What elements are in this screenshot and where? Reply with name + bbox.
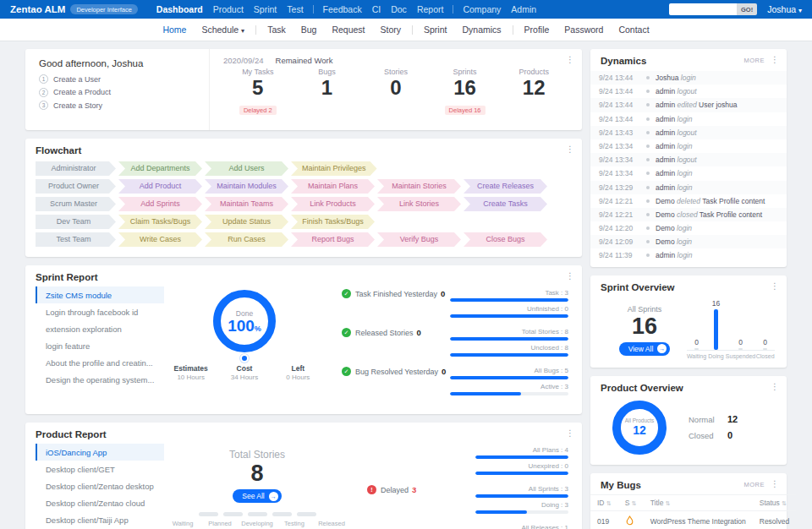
product-list-item[interactable]: Desktop client/Zentao desktop — [36, 477, 164, 494]
dynamics-item[interactable]: 9/24 13:43admin logout — [590, 126, 787, 139]
subnav-item-home[interactable]: Home — [162, 25, 186, 35]
sprint-list-item[interactable]: Login through facebook id — [36, 303, 164, 320]
product-list-item[interactable]: Desktop client/GET — [36, 461, 164, 477]
product-list-item[interactable]: Desktop client/Taiji App — [36, 511, 164, 528]
subnav-item-task[interactable]: Task — [267, 25, 286, 35]
dynamics-item[interactable]: 9/24 13:29admin login — [590, 181, 787, 194]
dynamics-list: 9/24 13:44Joshua login 9/24 13:44admin l… — [590, 70, 787, 267]
flow-step[interactable]: Create Tasks — [464, 197, 547, 211]
divider — [412, 25, 413, 35]
todo-item[interactable]: 2 Create a Product — [39, 88, 195, 97]
flow-step[interactable]: Add Product — [118, 179, 202, 194]
flow-step[interactable]: Create Releases — [464, 179, 547, 194]
flow-step[interactable]: Add Users — [205, 161, 288, 176]
stat-my-tasks[interactable]: My Tasks 5 Delayed 2 — [223, 68, 293, 116]
subnav-item-dynamics[interactable]: Dynamics — [462, 25, 501, 35]
stat-products[interactable]: Products 12 — [499, 68, 568, 116]
topnav-item-report[interactable]: Report — [417, 4, 444, 14]
product-list-item[interactable]: iOS/Dancing App — [36, 444, 164, 461]
topnav-item-dashboard[interactable]: Dashboard — [156, 4, 203, 14]
kebab-menu-icon[interactable]: ⋮ — [566, 55, 574, 64]
topnav-item-admin[interactable]: Admin — [511, 4, 536, 14]
kebab-menu-icon[interactable]: ⋮ — [566, 428, 574, 438]
more-link[interactable]: MORE — [744, 57, 765, 64]
dynamics-item[interactable]: 9/24 13:34admin login — [590, 166, 787, 180]
sprint-list-item[interactable]: extension exploration — [36, 320, 164, 337]
flow-step[interactable]: Add Sprints — [118, 197, 202, 211]
dynamics-item[interactable]: 9/24 12:21Demo closed Task Profile conte… — [590, 208, 787, 221]
dynamics-item[interactable]: 9/24 12:09Demo login — [590, 235, 787, 248]
subnav-item-schedule[interactable]: Schedule ▾ — [201, 25, 244, 35]
flow-step[interactable]: Link Stories — [377, 197, 461, 211]
sort-header-title[interactable]: Title ⇅ — [644, 494, 753, 510]
stat-sprints[interactable]: Sprints 16 Delayed 16 — [431, 68, 500, 116]
dynamics-item[interactable]: 9/24 13:34admin login — [590, 139, 787, 153]
flow-step[interactable]: Maintain Teams — [205, 197, 288, 211]
sort-header-severity[interactable]: S ⇅ — [618, 494, 644, 510]
sort-header-status[interactable]: Status ⇅ — [753, 494, 796, 510]
subnav-item-request[interactable]: Request — [332, 25, 365, 35]
dynamics-item[interactable]: 9/24 13:34admin logout — [590, 153, 787, 166]
topnav-item-product[interactable]: Product — [213, 4, 244, 14]
bug-row[interactable]: 019 WordPress Theme Integration Resolved — [590, 510, 796, 529]
more-link[interactable]: MORE — [744, 481, 765, 488]
flow-step[interactable]: Write Cases — [118, 232, 202, 247]
dynamics-item[interactable]: 9/24 13:44admin edited User joshua — [590, 98, 787, 112]
flow-step[interactable]: Maintain Modules — [205, 179, 288, 194]
flow-step[interactable]: Maintain Plans — [291, 179, 375, 194]
flow-step[interactable]: Link Products — [291, 197, 375, 211]
product-list-item[interactable]: Desktop client/Zentao cloud — [36, 494, 164, 511]
flow-step[interactable]: Claim Tasks/Bugs — [118, 215, 202, 229]
kebab-menu-icon[interactable]: ⋮ — [566, 145, 574, 154]
search-go-button[interactable]: GO! — [737, 3, 757, 15]
dynamics-item[interactable]: 9/24 13:44Joshua login — [590, 71, 787, 85]
sprint-list-item[interactable]: Zsite CMS module — [36, 286, 164, 303]
flow-step[interactable]: Maintain Privileges — [291, 161, 377, 176]
flow-step[interactable]: Close Bugs — [464, 232, 547, 247]
topnav-item-doc[interactable]: Doc — [391, 4, 407, 14]
sort-header-id[interactable]: ID ⇅ — [590, 494, 618, 510]
dynamics-item[interactable]: 9/24 12:20Demo login — [590, 221, 787, 235]
kebab-menu-icon[interactable]: ⋮ — [771, 281, 779, 291]
dynamics-item[interactable]: 9/24 13:44admin logout — [590, 85, 787, 98]
sprint-list: Zsite CMS module Login through facebook … — [36, 286, 164, 406]
flow-step[interactable]: Maintain Stories — [377, 179, 461, 194]
flow-step[interactable]: Verify Bugs — [377, 232, 461, 247]
subnav-item-password[interactable]: Password — [564, 25, 603, 35]
subnav-item-story[interactable]: Story — [381, 25, 402, 35]
subnav-item-contact[interactable]: Contact — [618, 25, 649, 35]
sprint-list-item[interactable]: About the profile and creatin... — [36, 354, 164, 371]
topnav-item-feedback[interactable]: Feedback — [323, 4, 362, 14]
kebab-menu-icon[interactable]: ⋮ — [771, 55, 779, 64]
dynamics-item[interactable]: 9/24 11:39admin login — [590, 248, 787, 262]
topnav-item-sprint[interactable]: Sprint — [254, 4, 277, 14]
subnav-item-sprint[interactable]: Sprint — [424, 25, 447, 35]
dynamics-item[interactable]: 9/24 13:44admin login — [590, 112, 787, 126]
flow-step[interactable]: Finish Tasks/Bugs — [291, 215, 375, 229]
kebab-menu-icon[interactable]: ⋮ — [566, 271, 574, 281]
bug-title[interactable]: WordPress Theme Integration — [644, 510, 753, 529]
kebab-menu-icon[interactable]: ⋮ — [771, 479, 779, 488]
subnav-item-profile[interactable]: Profile — [524, 25, 550, 35]
search-input[interactable] — [669, 3, 737, 15]
todo-item[interactable]: 1 Create a User — [39, 74, 195, 84]
flow-step[interactable]: Run Cases — [205, 232, 288, 247]
flow-step[interactable]: Add Departments — [118, 161, 202, 176]
stat-bugs[interactable]: Bugs 1 — [293, 68, 362, 116]
view-all-button[interactable]: View All→ — [619, 342, 671, 356]
kebab-menu-icon[interactable]: ⋮ — [771, 382, 779, 391]
topnav-item-test[interactable]: Test — [287, 4, 303, 14]
see-all-button[interactable]: See All→ — [233, 489, 281, 503]
user-menu[interactable]: Joshua ▾ — [767, 4, 802, 14]
sprint-list-item[interactable]: login feature — [36, 337, 164, 354]
app-logo[interactable]: Zentao ALM — [10, 4, 65, 14]
sprint-list-item[interactable]: Design the operating system... — [36, 371, 164, 388]
subnav-item-bug[interactable]: Bug — [301, 25, 317, 35]
stat-stories[interactable]: Stories 0 — [361, 68, 431, 116]
todo-item[interactable]: 3 Create a Story — [39, 101, 195, 110]
dynamics-item[interactable]: 9/24 12:21Demo deleted Task Profile cont… — [590, 194, 787, 208]
flow-step[interactable]: Report Bugs — [291, 232, 375, 247]
topnav-item-company[interactable]: Company — [463, 4, 501, 14]
flow-step[interactable]: Update Status — [205, 215, 288, 229]
topnav-item-ci[interactable]: CI — [372, 4, 381, 14]
